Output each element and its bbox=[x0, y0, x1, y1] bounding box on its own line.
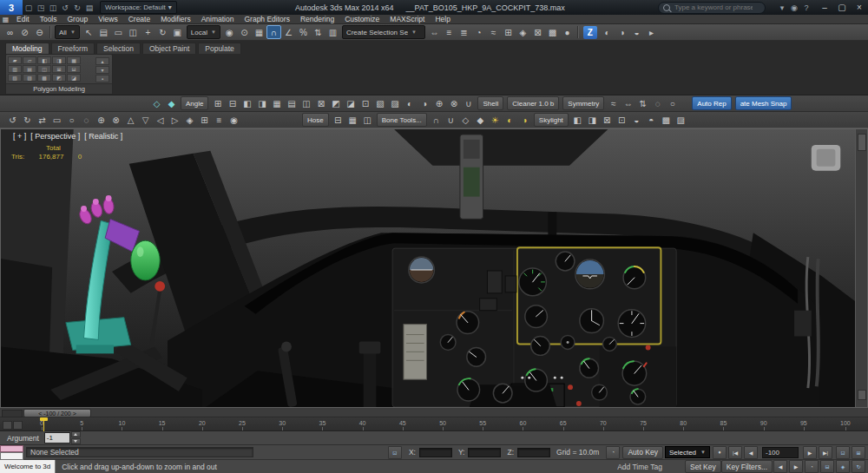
welcome-window-button[interactable]: Welcome to 3d bbox=[0, 460, 56, 473]
orbit-view-icon[interactable]: ↻ bbox=[852, 460, 865, 473]
extrude-icon[interactable]: ⊕ bbox=[431, 96, 446, 110]
viewport-pov-menu[interactable]: [ Perspective ] bbox=[30, 132, 80, 141]
listener-line[interactable] bbox=[0, 452, 23, 460]
selection-filter-dropdown[interactable]: All ▼ bbox=[55, 25, 80, 39]
inset-icon[interactable]: ⊗ bbox=[446, 96, 461, 110]
border-mode-icon[interactable]: ◨ bbox=[254, 96, 269, 110]
mesh-snap-button[interactable]: ate Mesh Snap bbox=[735, 96, 792, 110]
key-filters-button[interactable]: Key Filters... bbox=[721, 460, 773, 473]
exposure-icon[interactable]: ◓ bbox=[644, 113, 659, 127]
percent-snap-icon[interactable]: % bbox=[296, 25, 311, 39]
ribbon-tool-icon[interactable]: ▧ bbox=[8, 74, 22, 82]
macro-recorder-line[interactable] bbox=[0, 445, 23, 453]
spinner-up-icon[interactable] bbox=[71, 431, 81, 437]
select-and-manipulate-icon[interactable]: ⊙ bbox=[237, 25, 252, 39]
select-object-icon[interactable]: ↖ bbox=[82, 25, 96, 39]
collapse-icon[interactable]: ⇅ bbox=[635, 96, 650, 110]
ribbon-pin-icon[interactable]: ▾ bbox=[95, 66, 109, 74]
constrain-edge-icon[interactable]: ⊡ bbox=[358, 96, 372, 110]
ribbon-tab[interactable]: Object Paint bbox=[142, 43, 196, 54]
workspace-dropdown[interactable]: Workspace: Default ▾ bbox=[100, 1, 177, 14]
ribbon-tool-icon[interactable]: ◫ bbox=[37, 65, 51, 73]
redo-icon[interactable]: ↻ bbox=[71, 2, 83, 13]
polygon-mode-icon[interactable]: ▦ bbox=[269, 96, 284, 110]
rendered-frame-window-icon[interactable]: ▩ bbox=[545, 25, 560, 39]
next-frame-icon[interactable]: ▶ bbox=[803, 446, 817, 459]
z-plugin-button[interactable]: Z bbox=[583, 26, 597, 39]
pan-view-icon[interactable]: ◈ bbox=[836, 460, 850, 473]
bevel-icon[interactable]: ◑ bbox=[417, 96, 431, 110]
target-camera-icon[interactable]: ⊡ bbox=[615, 113, 629, 127]
z-coordinate-field[interactable] bbox=[517, 448, 550, 457]
layer-manager-icon[interactable]: ≣ bbox=[457, 25, 471, 39]
tape-helper-icon[interactable]: ≡ bbox=[212, 113, 227, 127]
material-editor-icon[interactable]: ◈ bbox=[516, 25, 530, 39]
swift-loop-icon[interactable]: ▧ bbox=[372, 96, 387, 110]
current-frame-field[interactable]: -100 bbox=[762, 447, 799, 458]
time-slider-handle[interactable]: < -100 / 200 > bbox=[23, 409, 91, 417]
weld-icon[interactable]: ∪ bbox=[461, 96, 476, 110]
grid-helper-icon[interactable]: ⊞ bbox=[197, 113, 212, 127]
clone-align-icon[interactable]: ◫ bbox=[360, 113, 375, 127]
window-crossing-icon[interactable]: ◫ bbox=[126, 25, 141, 39]
paint-soft-selection-icon[interactable]: ◪ bbox=[343, 96, 358, 110]
render-setup-icon[interactable]: ⊠ bbox=[530, 25, 545, 39]
y-constraint-icon[interactable]: ◆ bbox=[164, 96, 179, 110]
skylight-button[interactable]: Skylight bbox=[534, 113, 569, 127]
ribbon-tab[interactable]: Populate bbox=[198, 43, 241, 54]
viewport-shading-menu[interactable]: [ Realistic ] bbox=[84, 132, 122, 141]
menu-item[interactable]: Graph Editors bbox=[239, 15, 294, 24]
boolean-icon[interactable]: ⊕ bbox=[94, 113, 108, 127]
argument-field[interactable]: -1 bbox=[44, 432, 70, 443]
ribbon-tab[interactable]: Modeling bbox=[5, 43, 49, 54]
new-scene-icon[interactable]: ▢ bbox=[23, 2, 35, 13]
save-file-icon[interactable]: ◫ bbox=[47, 2, 59, 13]
spinner-snap-icon[interactable]: ⇅ bbox=[311, 25, 326, 39]
open-file-icon[interactable]: ◳ bbox=[35, 2, 47, 13]
ribbon-tab[interactable]: Selection bbox=[96, 43, 141, 54]
unhide-icon[interactable]: ○ bbox=[665, 96, 680, 110]
sign-in-icon[interactable]: ◉ bbox=[788, 2, 800, 13]
undo-icon[interactable]: ↺ bbox=[59, 2, 71, 13]
direct-light-icon[interactable]: ◑ bbox=[517, 113, 532, 127]
strip-scroll-bottom[interactable] bbox=[858, 390, 866, 400]
select-and-link-icon[interactable]: ∞ bbox=[3, 25, 17, 39]
go-to-end-icon[interactable]: ▶| bbox=[819, 446, 832, 459]
auto-rep-button[interactable]: Auto Rep bbox=[692, 96, 731, 110]
strip-scroll-thumb[interactable] bbox=[858, 134, 866, 151]
menu-item[interactable]: Customize bbox=[339, 15, 385, 24]
spacing-tool-icon[interactable]: ▦ bbox=[345, 113, 360, 127]
ribbon-tool-icon[interactable]: ▥ bbox=[8, 65, 22, 73]
select-and-scale-icon[interactable]: ▣ bbox=[170, 25, 185, 39]
menu-item[interactable]: Create bbox=[123, 15, 156, 24]
perspective-viewport[interactable]: [ + ] [ Perspective ] [ Realistic ] Tota… bbox=[0, 128, 868, 408]
undo-view-icon[interactable]: ↺ bbox=[5, 113, 20, 127]
plugin-icon[interactable]: ◐ bbox=[600, 25, 615, 39]
use-pivot-center-icon[interactable]: ◉ bbox=[222, 25, 237, 39]
primitive-box-icon[interactable]: ▭ bbox=[49, 113, 64, 127]
environment-icon[interactable]: ▩ bbox=[659, 113, 674, 127]
cleaner-button[interactable]: Cleaner 1.0 b bbox=[507, 96, 559, 110]
edge-mode-icon[interactable]: ◧ bbox=[240, 96, 254, 110]
menu-item[interactable]: Tools bbox=[35, 15, 62, 24]
bone-tools-button[interactable]: Bone Tools... bbox=[377, 113, 427, 127]
symmetry-button[interactable]: Symmetry bbox=[562, 96, 604, 110]
ribbon-tool-icon[interactable]: ◧ bbox=[37, 56, 51, 64]
schematic-view-icon[interactable]: ⊞ bbox=[501, 25, 516, 39]
element-mode-icon[interactable]: ▤ bbox=[284, 96, 299, 110]
restore-icon[interactable]: ▢ bbox=[833, 0, 851, 15]
time-configuration-icon[interactable]: ◔ bbox=[805, 460, 819, 473]
effects-icon[interactable]: ▨ bbox=[674, 113, 688, 127]
hose-button[interactable]: Hose bbox=[302, 113, 329, 127]
ribbon-tool-icon[interactable]: ⊞ bbox=[52, 65, 66, 73]
keyboard-override-icon[interactable]: ▦ bbox=[252, 25, 266, 39]
x-constraint-icon[interactable]: ◇ bbox=[149, 96, 164, 110]
ribbon-options-icon[interactable]: ▪ bbox=[95, 75, 109, 82]
y-coordinate-field[interactable] bbox=[468, 448, 501, 457]
swap-icon[interactable]: ⇄ bbox=[35, 113, 49, 127]
angle-button[interactable]: Angle bbox=[181, 96, 208, 110]
menu-item[interactable]: Group bbox=[62, 15, 94, 24]
primitive-sphere-icon[interactable]: ○ bbox=[64, 113, 79, 127]
menu-grip-icon[interactable]: ▦ bbox=[0, 15, 11, 24]
edit-poly-mode-icon[interactable]: ⊞ bbox=[210, 96, 225, 110]
